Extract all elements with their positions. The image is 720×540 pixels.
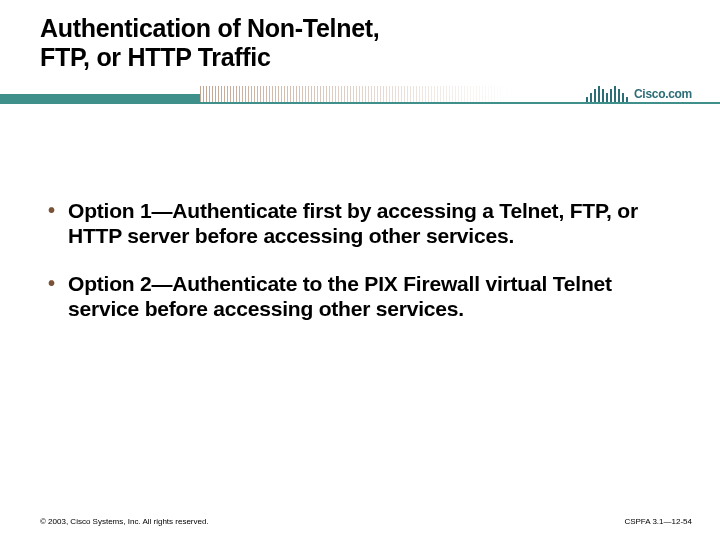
divider-line-icon (0, 102, 720, 104)
divider-hatch-icon (200, 86, 510, 102)
title-line-1: Authentication of Non-Telnet, (40, 14, 720, 43)
copyright: © 2003, Cisco Systems, Inc. All rights r… (40, 517, 209, 526)
brand-name: Cisco.com (634, 87, 692, 102)
title-area: Authentication of Non-Telnet, FTP, or HT… (0, 0, 720, 72)
bullet-option-2: Option 2—Authenticate to the PIX Firewal… (68, 271, 668, 322)
brand-logo: Cisco.com (586, 86, 692, 102)
body-area: Option 1—Authenticate first by accessing… (0, 118, 720, 322)
divider-bar-icon (0, 94, 200, 102)
bullet-option-1: Option 1—Authenticate first by accessing… (68, 198, 668, 249)
divider-band: Cisco.com (0, 80, 720, 118)
title-line-2: FTP, or HTTP Traffic (40, 43, 720, 72)
slide-code: CSPFA 3.1—12-54 (624, 517, 692, 526)
slide: Authentication of Non-Telnet, FTP, or HT… (0, 0, 720, 540)
cisco-bridge-icon (586, 86, 628, 102)
footer: © 2003, Cisco Systems, Inc. All rights r… (40, 517, 692, 526)
